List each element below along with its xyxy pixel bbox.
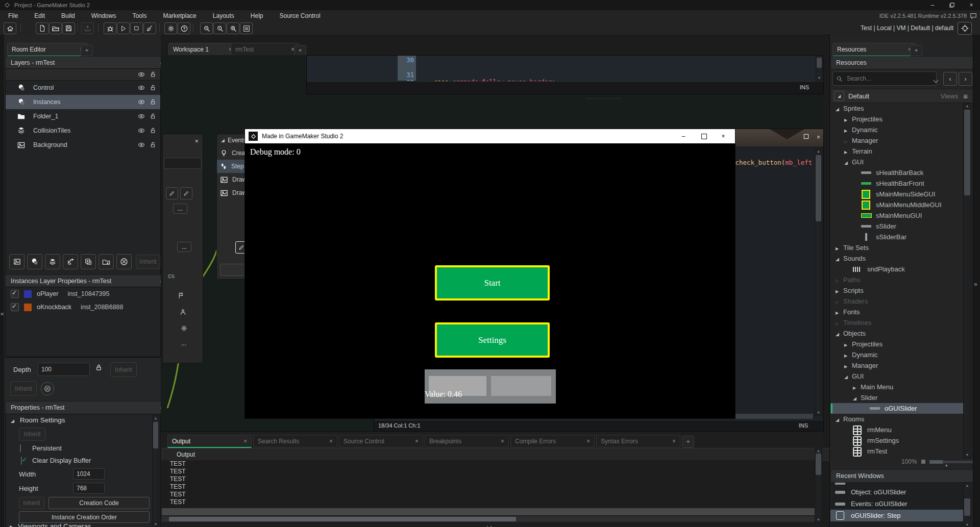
game-volume-slider[interactable]: Value: 0.46	[425, 369, 556, 404]
views-menu-icon[interactable]: ≡	[963, 92, 968, 101]
fit-to-window-button[interactable]	[240, 22, 253, 34]
tree-item[interactable]: sMainMenuGUI	[830, 210, 963, 221]
resources-header[interactable]: Resources	[830, 56, 980, 69]
tree-item[interactable]: Projectiles	[830, 339, 963, 349]
tree-item[interactable]: Paths	[830, 274, 963, 285]
recent-window-row[interactable]: oGUISlider: Step	[830, 510, 963, 521]
tree-arrow-icon[interactable]	[836, 244, 843, 252]
add-layer-folder-button[interactable]	[99, 254, 114, 269]
add-asset-layer-button[interactable]	[81, 254, 96, 269]
tree-item[interactable]: Timelines	[830, 317, 963, 328]
edit-sprite-button[interactable]	[166, 187, 178, 199]
code-editor-top[interactable]: 30 31 case cammode.follow_mouse_border: …	[306, 55, 824, 94]
tree-item[interactable]: Tile Sets	[830, 242, 963, 253]
nav-forward-button[interactable]: ›	[959, 72, 972, 86]
tree-arrow-icon[interactable]	[844, 372, 852, 380]
tree-scrollbar[interactable]: ▲▼	[963, 103, 971, 458]
tree-item[interactable]: sMainMenuMiddleGUI	[830, 199, 963, 210]
inherit-button[interactable]: Inherit	[10, 381, 37, 396]
menu-item[interactable]: Build	[53, 10, 83, 21]
drag-handle-dots[interactable]: ....................	[586, 95, 622, 100]
recent-scrollbar[interactable]: ▲▼	[963, 483, 971, 527]
physics-gear-icon[interactable]	[178, 323, 189, 333]
stop-button[interactable]	[130, 22, 143, 34]
layer-lock-icon[interactable]	[150, 127, 156, 134]
edit-image-button[interactable]	[180, 187, 192, 199]
variables-dots-icon[interactable]: ...	[177, 339, 190, 347]
tree-item[interactable]: oGUISlider	[830, 403, 963, 414]
output-tab[interactable]: Output ×	[167, 435, 252, 448]
tab-room-editor[interactable]: Room Editor ×	[7, 43, 88, 57]
layer-lock-icon[interactable]	[150, 98, 156, 106]
layer-inherit-button[interactable]: Inherit	[136, 255, 160, 269]
menu-item[interactable]: Layouts	[205, 10, 242, 21]
tree-item[interactable]: Terrain	[830, 146, 963, 157]
minimize-button[interactable]: –	[924, 0, 941, 10]
room-settings-arrow[interactable]: ◢	[11, 418, 14, 423]
tree-item[interactable]: Main Menu	[830, 382, 963, 392]
instance-row[interactable]: oKnockback inst_208B6888	[6, 300, 160, 314]
depth-inherit-button[interactable]: Inherit	[110, 362, 137, 377]
layer-row[interactable]: Background	[6, 138, 160, 152]
parent-icon[interactable]	[177, 307, 188, 317]
add-tab-button[interactable]: +	[910, 45, 922, 56]
collapse-left-marker[interactable]: «	[1, 310, 4, 317]
tree-item[interactable]: sSliderBar	[830, 232, 963, 242]
add-tile-layer-button[interactable]	[45, 254, 60, 269]
search-filter-chevron[interactable]	[934, 77, 938, 84]
tree-item[interactable]: rmSettings	[830, 435, 963, 446]
tree-arrow-icon[interactable]	[836, 415, 843, 423]
add-background-layer-button[interactable]	[9, 254, 24, 269]
nav-back-button[interactable]: ‹	[943, 72, 957, 86]
layer-lock-icon[interactable]	[150, 141, 156, 148]
tree-item[interactable]: GUI	[830, 157, 963, 167]
output-tab[interactable]: Search Results ×	[253, 435, 337, 447]
layer-row[interactable]: Folder_1	[6, 109, 160, 123]
game-start-button[interactable]: Start	[435, 265, 550, 300]
layer-visibility-icon[interactable]	[137, 84, 145, 91]
creation-code-button[interactable]: Creation Code	[48, 497, 150, 509]
help-button[interactable]	[178, 22, 190, 34]
instance-checkbox[interactable]	[11, 290, 19, 298]
depth-lock-icon[interactable]	[95, 363, 103, 372]
recent-windows-header[interactable]: Recent Windows	[830, 469, 980, 483]
zoom-out-button[interactable]	[200, 22, 213, 34]
add-workspace-button[interactable]: +	[294, 45, 306, 56]
tree-arrow-icon[interactable]	[844, 137, 852, 144]
zoom-handle[interactable]	[921, 460, 925, 464]
tree-arrow-icon[interactable]	[836, 319, 843, 327]
tree-item[interactable]: rmMenu	[830, 424, 963, 435]
recent-window-row[interactable]: Object: oGUISlider	[830, 486, 963, 498]
tree-item[interactable]: Fonts	[830, 307, 963, 317]
room-height-input[interactable]	[73, 483, 105, 494]
lock-all-icon[interactable]	[150, 71, 156, 78]
layer-visibility-icon[interactable]	[137, 141, 145, 148]
instance-creation-order-button[interactable]: Instance Creation Order	[19, 511, 150, 523]
flag-icon[interactable]	[175, 290, 186, 300]
run-button[interactable]	[117, 22, 130, 34]
create-executable-button[interactable]	[81, 22, 94, 34]
tree-item[interactable]: sMainMenuSideGUI	[830, 189, 963, 199]
open-project-button[interactable]	[49, 22, 62, 34]
save-project-button[interactable]	[62, 22, 75, 34]
tree-arrow-icon[interactable]	[844, 126, 852, 134]
maximize-button[interactable]	[943, 0, 961, 10]
close-tab-icon[interactable]: ×	[586, 438, 590, 445]
layer-lock-icon[interactable]	[150, 84, 156, 91]
new-project-button[interactable]	[36, 22, 48, 34]
instance-row[interactable]: oPlayer inst_10847395	[6, 287, 160, 300]
tree-arrow-icon[interactable]	[853, 383, 861, 391]
chat-icon[interactable]	[970, 12, 977, 19]
maximize-window-icon[interactable]	[803, 134, 809, 139]
tree-arrow-icon[interactable]	[844, 362, 852, 369]
collapse-right-marker[interactable]: »	[974, 281, 977, 288]
code-window-hscrollbar[interactable]	[731, 414, 813, 419]
tree-arrow-icon[interactable]	[836, 308, 843, 316]
layer-visibility-icon[interactable]	[137, 127, 145, 134]
tree-item[interactable]: Shaders	[830, 296, 963, 307]
game-titlebar[interactable]: Made in GameMaker Studio 2 – ×	[245, 129, 735, 143]
tree-item[interactable]: GUI	[830, 371, 963, 382]
output-tab[interactable]: Syntax Errors ×	[596, 435, 680, 447]
tree-item[interactable]: sSlider	[830, 221, 963, 232]
menu-item[interactable]: Source Control	[272, 10, 329, 21]
